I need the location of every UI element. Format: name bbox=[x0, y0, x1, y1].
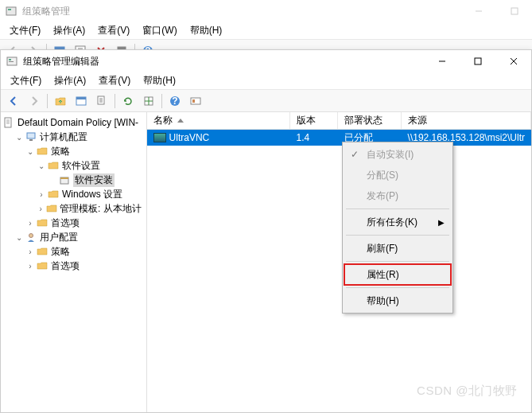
collapse-icon[interactable]: ⌄ bbox=[14, 233, 25, 242]
cell-version: 1.4 bbox=[290, 132, 338, 143]
ctx-all-tasks[interactable]: 所有任务(K)▶ bbox=[344, 212, 451, 232]
separator bbox=[346, 235, 449, 236]
tb-icon[interactable] bbox=[92, 92, 111, 111]
folder-icon bbox=[36, 216, 49, 229]
minimize-button[interactable] bbox=[424, 50, 460, 72]
package-icon bbox=[58, 173, 71, 186]
computer-icon bbox=[25, 131, 37, 143]
col-state[interactable]: 部署状态 bbox=[338, 112, 402, 129]
cell-name: UltraVNC bbox=[169, 132, 210, 143]
svg-rect-14 bbox=[9, 59, 11, 60]
list-header[interactable]: 名称 版本 部署状态 来源 bbox=[147, 112, 531, 130]
svg-text:?: ? bbox=[172, 95, 177, 107]
back-button[interactable] bbox=[4, 92, 23, 111]
ctx-properties[interactable]: 属性(R) bbox=[344, 264, 451, 285]
tree-admin-templates[interactable]: › 管理模板: 从本地计 bbox=[2, 201, 145, 216]
menu-file[interactable]: 文件(F) bbox=[3, 22, 47, 39]
collapse-icon[interactable]: ⌄ bbox=[36, 162, 47, 170]
svg-rect-3 bbox=[511, 8, 518, 14]
toolbar-gpme: ? bbox=[1, 90, 531, 112]
user-icon bbox=[25, 231, 37, 244]
menu-window[interactable]: 窗口(W) bbox=[136, 22, 183, 39]
check-icon: ✓ bbox=[351, 149, 359, 160]
tree-user-config[interactable]: ⌄ 用户配置 bbox=[2, 230, 145, 244]
app-icon bbox=[6, 55, 18, 68]
menu-help[interactable]: 帮助(H) bbox=[137, 72, 182, 89]
menu-help[interactable]: 帮助(H) bbox=[184, 22, 229, 39]
minimize-button[interactable] bbox=[460, 0, 496, 22]
ctx-publish[interactable]: 发布(P) bbox=[344, 185, 451, 206]
separator bbox=[346, 208, 449, 209]
collapse-icon[interactable]: ⌄ bbox=[14, 133, 25, 142]
tree-preferences-user[interactable]: › 首选项 bbox=[2, 259, 145, 273]
list-row[interactable]: UltraVNC 1.4 已分配 \\192.168.153.128\msi2\… bbox=[147, 130, 531, 146]
list-pane: 名称 版本 部署状态 来源 UltraVNC 1.4 已分配 \\192.168… bbox=[147, 112, 531, 412]
tb-icon[interactable] bbox=[186, 92, 205, 111]
folder-icon bbox=[46, 202, 57, 215]
expand-icon[interactable]: › bbox=[25, 247, 36, 256]
maximize-button[interactable] bbox=[460, 50, 495, 72]
refresh-button[interactable] bbox=[118, 92, 138, 111]
forward-button[interactable] bbox=[25, 92, 44, 111]
close-button[interactable] bbox=[495, 50, 531, 72]
folder-icon bbox=[36, 245, 49, 258]
expand-icon[interactable]: › bbox=[36, 205, 46, 213]
tree-pane[interactable]: Default Domain Policy [WIN- ⌄ 计算机配置 ⌄ 策略… bbox=[1, 112, 147, 412]
menu-action[interactable]: 操作(A) bbox=[48, 72, 92, 89]
titlebar-gpm[interactable]: 组策略管理 bbox=[0, 0, 532, 22]
menubar-gpm: 文件(F) 操作(A) 查看(V) 窗口(W) 帮助(H) bbox=[0, 22, 532, 40]
expand-icon[interactable]: › bbox=[25, 219, 36, 228]
maximize-button[interactable] bbox=[496, 0, 532, 22]
tree-policies-user[interactable]: › 策略 bbox=[2, 244, 145, 259]
separator bbox=[346, 261, 449, 262]
folder-icon bbox=[36, 145, 49, 158]
svg-rect-27 bbox=[27, 133, 35, 138]
svg-rect-17 bbox=[475, 58, 481, 64]
help-button[interactable]: ? bbox=[165, 92, 184, 111]
col-name[interactable]: 名称 bbox=[147, 112, 290, 129]
svg-rect-30 bbox=[60, 177, 68, 179]
menu-view[interactable]: 查看(V) bbox=[91, 22, 136, 39]
folder-icon bbox=[47, 159, 60, 172]
ctx-refresh[interactable]: 刷新(F) bbox=[344, 238, 451, 259]
expand-icon[interactable]: › bbox=[36, 190, 47, 199]
svg-rect-1 bbox=[8, 9, 11, 10]
title-text: 组策略管理 bbox=[22, 5, 460, 18]
scroll-icon bbox=[2, 116, 15, 129]
titlebar-gpme[interactable]: 组策略管理编辑器 bbox=[1, 50, 531, 72]
menu-view[interactable]: 查看(V) bbox=[92, 72, 137, 89]
tree-preferences[interactable]: › 首选项 bbox=[2, 216, 145, 230]
ctx-auto-install[interactable]: ✓自动安装(I) bbox=[344, 144, 451, 165]
menu-action[interactable]: 操作(A) bbox=[47, 22, 91, 39]
collapse-icon[interactable]: ⌄ bbox=[25, 147, 36, 156]
col-version[interactable]: 版本 bbox=[290, 112, 338, 129]
context-menu: ✓自动安装(I) 分配(S) 发布(P) 所有任务(K)▶ 刷新(F) 属性(R… bbox=[342, 142, 453, 314]
menubar-gpme: 文件(F) 操作(A) 查看(V) 帮助(H) bbox=[1, 72, 531, 90]
tree-root[interactable]: Default Domain Policy [WIN- bbox=[2, 115, 145, 130]
ctx-assign[interactable]: 分配(S) bbox=[344, 165, 451, 185]
svg-rect-15 bbox=[9, 61, 14, 62]
up-button[interactable] bbox=[51, 92, 70, 111]
ctx-help[interactable]: 帮助(H) bbox=[344, 290, 451, 311]
tree-computer-config[interactable]: ⌄ 计算机配置 bbox=[2, 130, 145, 144]
svg-point-31 bbox=[29, 234, 33, 238]
svg-rect-19 bbox=[76, 97, 86, 99]
expand-icon[interactable]: › bbox=[25, 262, 36, 271]
tb-icon[interactable] bbox=[72, 92, 91, 111]
title-text: 组策略管理编辑器 bbox=[23, 55, 424, 68]
separator bbox=[346, 287, 449, 288]
folder-icon bbox=[36, 259, 49, 272]
tree-policies[interactable]: ⌄ 策略 bbox=[2, 144, 145, 158]
tree-windows-settings[interactable]: › Windows 设置 bbox=[2, 187, 145, 201]
svg-rect-0 bbox=[6, 7, 16, 15]
package-icon bbox=[153, 133, 166, 142]
tb-icon[interactable] bbox=[139, 92, 158, 111]
tree-software-install[interactable]: 软件安装 bbox=[2, 173, 145, 187]
svg-rect-28 bbox=[29, 139, 33, 141]
svg-rect-25 bbox=[192, 99, 195, 103]
svg-rect-24 bbox=[191, 98, 200, 104]
app-icon bbox=[5, 5, 17, 18]
menu-file[interactable]: 文件(F) bbox=[4, 72, 48, 89]
col-source[interactable]: 来源 bbox=[402, 112, 531, 129]
tree-software-settings[interactable]: ⌄ 软件设置 bbox=[2, 158, 145, 173]
